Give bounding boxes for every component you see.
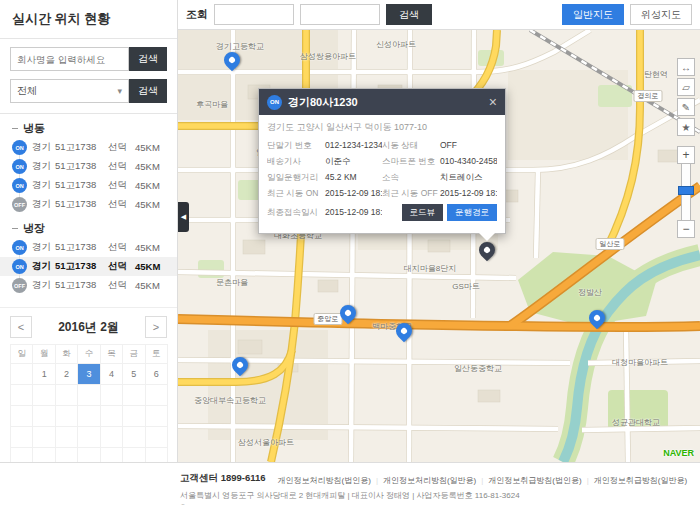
chevron-down-icon: ▾ xyxy=(117,86,122,96)
draw-icon[interactable]: ✎ xyxy=(677,98,695,116)
map-area[interactable]: ON 경기80사1230 × 경기도 고양시 일산서구 덕이동 1077-10 … xyxy=(178,30,700,462)
vehicle-plate: 51고1738 xyxy=(55,160,103,173)
filter-select[interactable]: 전체 ▾ xyxy=(10,79,129,103)
map-label: 성균관대학교 xyxy=(612,417,660,428)
footer-links: 개인정보처리방침(법인용)개인정보처리방침(일반용)개인정보취급방침(법인용)개… xyxy=(278,469,688,487)
vehicle-row[interactable]: OFF경기51고1738선덕45KM xyxy=(0,276,177,295)
popup-header: ON 경기80사1230 × xyxy=(259,89,505,115)
vehicle-plate: 51고1738 xyxy=(55,141,103,154)
calendar-next-button[interactable]: > xyxy=(145,316,167,338)
vehicle-region: 경기 xyxy=(32,241,50,254)
calendar-day xyxy=(145,406,167,427)
vehicle-row[interactable]: ON경기51고1738선덕45KM xyxy=(0,238,177,257)
field-label: 일일운행거리 xyxy=(267,172,321,184)
calendar-day xyxy=(33,385,55,406)
calendar-day-header: 목 xyxy=(100,345,122,364)
popup-buttons: 로드뷰운행경로 xyxy=(402,204,498,221)
calendar-day xyxy=(11,427,33,448)
calendar-day[interactable]: 4 xyxy=(100,364,122,385)
calendar-day xyxy=(33,448,55,463)
lookup-input-2[interactable] xyxy=(300,4,380,25)
calendar-day[interactable]: 2 xyxy=(55,364,77,385)
calendar-grid: 일월화수목금토123456 xyxy=(10,344,168,462)
field-label: 최근 시동 ON xyxy=(267,188,321,200)
zoom-control: + − xyxy=(677,146,695,238)
vehicle-plate: 51고1738 xyxy=(55,179,103,192)
calendar-day xyxy=(55,385,77,406)
calendar-day xyxy=(100,385,122,406)
status-badge: ON xyxy=(12,159,27,174)
field-label: 최근 시동 OFF xyxy=(382,188,436,200)
vehicle-name: 선덕 xyxy=(108,198,130,211)
company-search-button[interactable]: 검색 xyxy=(129,47,167,71)
footer-line-1: 고객센터 1899-6116 개인정보처리방침(법인용)개인정보처리방침(일반용… xyxy=(180,469,692,487)
vehicle-row[interactable]: ON경기51고1738선덕45KM xyxy=(0,176,177,195)
calendar-day xyxy=(33,427,55,448)
vehicle-row[interactable]: ON경기51고1738선덕45KM xyxy=(0,138,177,157)
calendar-day xyxy=(11,364,33,385)
vehicle-row[interactable]: OFF경기51고1738선덕45KM xyxy=(0,195,177,214)
calendar-day xyxy=(145,385,167,406)
page-title: 실시간 위치 현황 xyxy=(0,0,177,39)
status-badge: ON xyxy=(12,240,27,255)
popup-address: 경기도 고양시 일산서구 덕이동 1077-10 xyxy=(267,121,497,134)
roadview-button[interactable]: 로드뷰 xyxy=(402,204,444,221)
field-value: 2015-12-09 18:24 xyxy=(325,207,382,219)
map-label: 정발산 xyxy=(578,287,602,298)
bookmark-icon[interactable]: ★ xyxy=(677,118,695,136)
vehicle-group: 냉장ON경기51고1738선덕45KMON경기51고1738선덕45KMOFF경… xyxy=(0,216,177,297)
zoom-out-button[interactable]: − xyxy=(677,220,695,238)
calendar-day[interactable]: 3 xyxy=(78,364,100,385)
vehicle-plate: 51고1738 xyxy=(55,260,103,273)
filter-row: 전체 ▾ 검색 xyxy=(10,79,167,103)
map-label: 삼성서울아파트 xyxy=(238,437,294,448)
zoom-handle[interactable] xyxy=(678,186,694,195)
map-toolbar: 조회 검색 일반지도 위성지도 xyxy=(178,0,700,30)
sidebar-collapse-button[interactable]: ◀ xyxy=(178,202,189,232)
popup-field: 시동 상태OFF xyxy=(382,140,497,152)
vehicle-row[interactable]: ON경기51고1738선덕45KM xyxy=(0,157,177,176)
popup-field: 최근 시동 OFF2015-12-09 18:24 xyxy=(382,188,497,200)
distance-icon[interactable]: ↔ xyxy=(677,58,695,76)
footer-link[interactable]: 개인정보취급방침(일반용) xyxy=(582,476,687,485)
area-icon[interactable]: ▱ xyxy=(677,78,695,96)
close-icon[interactable]: × xyxy=(489,95,497,109)
filter-search-button[interactable]: 검색 xyxy=(129,79,167,103)
popup-field: 배송기사이준수 xyxy=(267,156,382,168)
vehicle-list: 냉동ON경기51고1738선덕45KMON경기51고1738선덕45KMON경기… xyxy=(0,113,177,301)
zoom-slider[interactable] xyxy=(681,164,691,220)
lookup-search-button[interactable]: 검색 xyxy=(386,4,432,25)
vehicle-region: 경기 xyxy=(32,198,50,211)
company-search-input[interactable] xyxy=(10,47,129,71)
zoom-in-button[interactable]: + xyxy=(677,146,695,164)
calendar-day xyxy=(78,427,100,448)
vehicle-row[interactable]: ON경기51고1738선덕45KM xyxy=(0,257,177,276)
vehicle-plate: 51고1738 xyxy=(55,198,103,211)
calendar-day[interactable]: 1 xyxy=(33,364,55,385)
calendar-day xyxy=(55,448,77,463)
map-type-satellite-button[interactable]: 위성지도 xyxy=(630,4,692,25)
calendar-day xyxy=(55,406,77,427)
lookup-input-1[interactable] xyxy=(214,4,294,25)
calendar-day[interactable]: 5 xyxy=(123,364,145,385)
calendar-day xyxy=(123,427,145,448)
vehicle-distance: 45KM xyxy=(135,261,163,272)
map-type-normal-button[interactable]: 일반지도 xyxy=(562,4,624,25)
calendar-day[interactable]: 6 xyxy=(145,364,167,385)
road-shield: 중앙로 xyxy=(314,313,343,325)
popup-title: 경기80사1230 xyxy=(288,95,483,110)
calendar-prev-button[interactable]: < xyxy=(10,316,32,338)
calendar-day xyxy=(123,406,145,427)
vehicle-name: 선덕 xyxy=(108,160,130,173)
popup-row: 일일운행거리45.2 KM소속치트레이스 xyxy=(267,172,497,184)
app-window: 실시간 위치 현황 검색 전체 ▾ 검색 냉동ON경기51고1738선덕45KM… xyxy=(0,0,700,505)
vehicle-info-popup: ON 경기80사1230 × 경기도 고양시 일산서구 덕이동 1077-10 … xyxy=(258,88,506,234)
footer-link[interactable]: 개인정보처리방침(일반용) xyxy=(371,476,476,485)
footer-link[interactable]: 개인정보처리방침(법인용) xyxy=(278,476,371,485)
customer-center-phone: 고객센터 1899-6116 xyxy=(180,472,266,485)
calendar-day-header: 금 xyxy=(123,345,145,364)
route-button[interactable]: 운행경로 xyxy=(447,204,497,221)
map-label: 삼성쌍용아파트 xyxy=(300,51,356,62)
footer-link[interactable]: 개인정보취급방침(법인용) xyxy=(476,476,581,485)
status-badge: ON xyxy=(12,178,27,193)
